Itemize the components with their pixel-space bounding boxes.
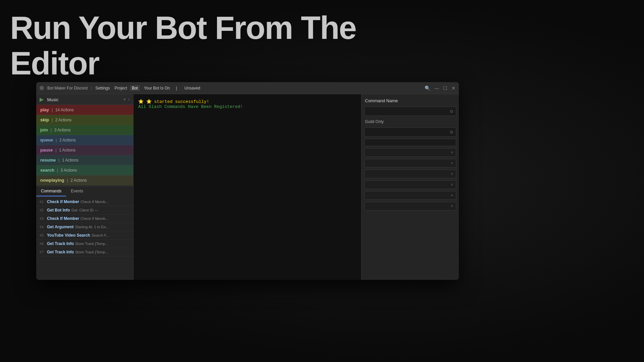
titlebar: Bot Maker For Discord | Settings Project…	[36, 82, 459, 94]
tab-events[interactable]: Events	[66, 186, 88, 196]
close-icon[interactable]: ✕	[451, 85, 455, 91]
menu-project[interactable]: Project	[113, 85, 129, 91]
row-close-icon-6[interactable]: ×	[451, 204, 453, 208]
command-name-input[interactable]: ⧉	[364, 107, 456, 116]
action-item-7[interactable]: #7 Get Track Info Store Track [Temp...	[36, 248, 133, 256]
row-close-icon-2[interactable]: ×	[451, 161, 453, 166]
action-item-4[interactable]: #4 Get Argument Starting At: 1 to En...	[36, 223, 133, 231]
command-item-resume[interactable]: resume | 1 Actions	[36, 155, 133, 165]
folder-name: Music	[47, 97, 58, 102]
right-panel: Command Name ⧉ Guild Only ⧉ ×	[362, 94, 459, 280]
description-input[interactable]	[364, 139, 456, 146]
bot-status: Your Bot Is On	[142, 85, 172, 91]
console-output: ⭐ ⭐ started successfully! All Slash Comm…	[133, 94, 361, 280]
action-item-5[interactable]: #5 YouTube Video Search Search F...	[36, 231, 133, 240]
command-item-skip[interactable]: skip | 2 Actions	[36, 115, 133, 125]
command-item-play[interactable]: play | 14 Actions	[36, 105, 133, 115]
right-row-close-3: ×	[364, 170, 456, 178]
guild-only-input[interactable]: ⧉	[364, 127, 456, 137]
editor-body: ▶ Music × ↑ play | 14 Actions skip |	[36, 94, 459, 280]
command-item-search[interactable]: search | 3 Actions	[36, 165, 133, 175]
folder-icon: ▶	[40, 97, 44, 102]
panel-close-icon[interactable]: ×	[123, 97, 126, 102]
command-list: play | 14 Actions skip | 2 Actions join …	[36, 105, 133, 186]
right-row-close-2: ×	[364, 159, 456, 168]
external-link-icon: ⧉	[450, 109, 453, 114]
row-close-icon-4[interactable]: ×	[451, 182, 453, 187]
row-close-icon-5[interactable]: ×	[451, 193, 453, 198]
external-link-icon-2: ⧉	[450, 130, 453, 134]
right-panel-title: Command Name	[364, 97, 456, 105]
guild-only-row: Guild Only	[364, 118, 456, 125]
actions-list: #1 Check If Member Check If Memb... #2 G…	[36, 196, 133, 280]
command-panel: ▶ Music × ↑ play | 14 Actions skip |	[36, 94, 133, 280]
row-close-icon-3[interactable]: ×	[451, 172, 453, 176]
guild-only-label: Guild Only	[365, 119, 384, 124]
minimize-icon[interactable]: —	[434, 85, 439, 91]
console-line-2: All Slash Commands Have Been Registered!	[138, 104, 357, 109]
right-row-close-1: ×	[364, 148, 456, 157]
panel-up-icon[interactable]: ↑	[128, 97, 130, 102]
action-item-3[interactable]: #3 Check If Member Check If Memb...	[36, 215, 133, 223]
right-row-close-4: ×	[364, 180, 456, 189]
command-item-queue[interactable]: queue | 2 Actions	[36, 135, 133, 145]
tab-commands[interactable]: Commands	[36, 186, 66, 196]
search-icon[interactable]: 🔍	[425, 85, 430, 91]
maximize-icon[interactable]: ☐	[443, 85, 447, 91]
command-item-join[interactable]: join | 3 Actions	[36, 125, 133, 135]
titlebar-right-controls: 🔍 — ☐ ✕	[425, 85, 455, 91]
console-panel: ⭐ ⭐ started successfully! All Slash Comm…	[133, 94, 362, 280]
titlebar-menu: Settings Project Bot Your Bot Is On | Un…	[93, 85, 202, 91]
row-close-icon-1[interactable]: ×	[451, 150, 453, 155]
command-item-nowplaying[interactable]: nowplaying | 2 Actions	[36, 175, 133, 185]
panel-actions: × ↑	[123, 97, 130, 102]
right-row-close-6: ×	[364, 202, 456, 210]
app-name: Bot Maker For Discord	[47, 86, 88, 90]
hero-title: Run Your Bot From The Editor	[10, 10, 356, 81]
traffic-light	[40, 86, 44, 90]
menu-bot[interactable]: Bot	[130, 85, 140, 91]
action-item-6[interactable]: #6 Get Track Info Store Track [Temp...	[36, 240, 133, 248]
action-item-1[interactable]: #1 Check If Member Check If Memb...	[36, 198, 133, 206]
editor-window: Bot Maker For Discord | Settings Project…	[36, 82, 459, 280]
bottom-tabs: Commands Events	[36, 186, 133, 196]
console-line-1: ⭐ ⭐ started successfully!	[138, 99, 357, 104]
action-item-2[interactable]: #2 Get Bot Info Get: Client ID —	[36, 206, 133, 215]
folder-header: ▶ Music × ↑	[36, 94, 133, 105]
menu-settings[interactable]: Settings	[93, 85, 112, 91]
unsaved-indicator: Unsaved	[182, 85, 202, 91]
command-item-pause[interactable]: pause | 1 Actions	[36, 145, 133, 155]
right-row-close-5: ×	[364, 191, 456, 200]
